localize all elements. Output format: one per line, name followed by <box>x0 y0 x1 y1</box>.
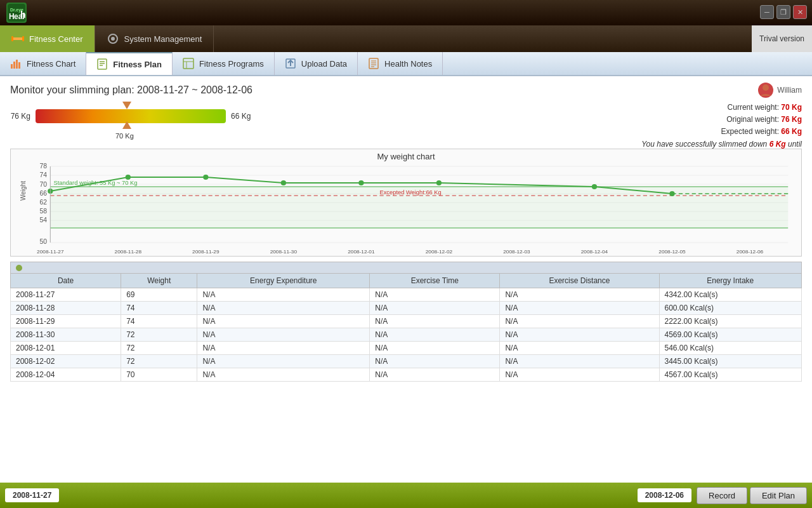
tab-upload-data-label: Upload Data <box>301 59 347 69</box>
cell-energy_exp: N/A <box>197 368 370 382</box>
col-energy-exp: Energy Expenditure <box>197 274 370 288</box>
cell-exercise_time: N/A <box>370 355 500 368</box>
header-row: Monitor your slimming plan: 2008-11-27 ~… <box>10 83 802 98</box>
cell-exercise_dist: N/A <box>500 315 659 328</box>
cell-weight: 72 <box>121 342 197 355</box>
system-mgmt-icon <box>107 32 119 45</box>
svg-text:70: 70 <box>40 181 48 188</box>
svg-text:2008-12-01: 2008-12-01 <box>348 249 375 255</box>
cell-exercise_time: N/A <box>370 302 500 315</box>
svg-text:Excepted Weight:66 Kg: Excepted Weight:66 Kg <box>379 189 441 196</box>
data-point-3 <box>281 180 286 185</box>
col-weight: Weight <box>121 274 197 288</box>
cell-weight: 69 <box>121 288 197 302</box>
cell-energy_exp: N/A <box>197 342 370 355</box>
cell-energy_intake: 4569.00 Kcal(s) <box>659 328 802 342</box>
restore-button[interactable]: ❐ <box>776 5 790 19</box>
cell-energy_intake: 2222.00 Kcal(s) <box>659 315 802 328</box>
cell-weight: 74 <box>121 302 197 315</box>
close-button[interactable]: ✕ <box>793 5 807 19</box>
chart-container: My weight chart Weight 78 74 70 66 62 58… <box>10 149 802 257</box>
cell-exercise_dist: N/A <box>500 288 659 302</box>
svg-point-65 <box>16 265 22 271</box>
cell-energy_intake: 600.00 Kcal(s) <box>659 302 802 315</box>
slider-right-label: 66 Kg <box>231 112 251 121</box>
svg-point-9 <box>111 37 115 41</box>
tab-fitness-programs[interactable]: Fitness Programs <box>173 52 275 75</box>
upload-data-icon <box>285 58 296 69</box>
date-start-badge: 2008-11-27 <box>5 488 59 502</box>
user-avatar <box>758 83 773 98</box>
svg-rect-7 <box>22 36 24 41</box>
svg-point-28 <box>763 84 769 91</box>
table-toolbar-icon <box>15 264 23 272</box>
svg-text:h: h <box>20 10 25 20</box>
svg-marker-29 <box>122 102 131 109</box>
app-logo-icon: Dr.eye H ealt h <box>6 3 27 23</box>
edit-plan-button[interactable]: Edit Plan <box>750 487 807 504</box>
svg-text:2008-11-30: 2008-11-30 <box>270 249 298 255</box>
bottombar: 2008-11-27 2008-12-06 Record Edit Plan <box>0 483 812 508</box>
svg-text:2008-12-06: 2008-12-06 <box>737 249 764 255</box>
fitness-chart-icon <box>10 58 22 69</box>
record-button[interactable]: Record <box>697 487 747 504</box>
data-point-4 <box>358 180 363 185</box>
table-toolbar <box>10 262 802 273</box>
svg-text:2008-12-05: 2008-12-05 <box>658 249 686 255</box>
expected-weight-line: Expected weight: 66 Kg <box>635 126 802 138</box>
cell-weight: 74 <box>121 315 197 328</box>
tab-fitness-programs-label: Fitness Programs <box>199 59 264 69</box>
tabbar: Fitness Chart Fitness Plan Fitness Progr… <box>0 52 812 76</box>
cell-exercise_dist: N/A <box>500 355 659 368</box>
cell-exercise_time: N/A <box>370 315 500 328</box>
date-end-badge: 2008-12-06 <box>638 488 691 502</box>
nav-fitness-center-label: Fitness Center <box>29 34 83 44</box>
col-date: Date <box>11 274 121 288</box>
nav-system-management[interactable]: System Management <box>95 25 214 52</box>
title-bar: Dr.eye H ealt h ─ ❐ ✕ <box>0 0 812 25</box>
slider-wrapper: 76 Kg 70 Kg 66 Kg <box>10 109 251 142</box>
table-row: 2008-11-2974N/AN/AN/A2222.00 Kcal(s) <box>11 315 802 328</box>
tab-upload-data[interactable]: Upload Data <box>275 52 358 75</box>
data-point-5 <box>436 180 442 185</box>
table-row: 2008-12-0272N/AN/AN/A3445.00 Kcal(s) <box>11 355 802 368</box>
tab-fitness-chart[interactable]: Fitness Chart <box>0 52 86 75</box>
cell-energy_exp: N/A <box>197 328 370 342</box>
trival-version-badge: Trival version <box>752 25 812 52</box>
svg-text:2008-11-28: 2008-11-28 <box>115 249 142 255</box>
fitness-center-icon <box>11 32 24 45</box>
cell-date: 2008-11-30 <box>11 328 121 342</box>
table-row: 2008-11-2874N/AN/AN/A600.00 Kcal(s) <box>11 302 802 315</box>
chart-svg: 78 74 70 66 62 58 54 50 Standard weight:… <box>11 161 801 255</box>
data-point-1 <box>126 175 131 180</box>
svg-text:2008-12-02: 2008-12-02 <box>426 249 453 255</box>
cell-exercise_time: N/A <box>370 288 500 302</box>
svg-rect-18 <box>183 58 193 69</box>
tab-fitness-plan[interactable]: Fitness Plan <box>86 52 173 75</box>
svg-rect-11 <box>13 62 15 69</box>
data-table: Date Weight Energy Expenditure Exercise … <box>10 273 802 382</box>
table-container: Date Weight Energy Expenditure Exercise … <box>10 262 802 382</box>
cell-exercise_time: N/A <box>370 342 500 355</box>
cell-exercise_dist: N/A <box>500 342 659 355</box>
current-weight-line: Current weight: 70 Kg <box>635 102 802 114</box>
nav-fitness-center[interactable]: Fitness Center <box>0 25 95 52</box>
cell-energy_exp: N/A <box>197 302 370 315</box>
data-point-6 <box>592 184 597 189</box>
col-energy-intake: Energy Intake <box>659 274 802 288</box>
tab-fitness-plan-label: Fitness Plan <box>113 60 162 69</box>
slider-track[interactable]: 70 Kg <box>36 109 226 123</box>
col-exercise-dist: Exercise Distance <box>500 274 659 288</box>
original-weight-line: Original weight: 76 Kg <box>635 114 802 126</box>
cell-date: 2008-11-27 <box>11 288 121 302</box>
svg-rect-13 <box>18 62 20 69</box>
slider-bottom-marker <box>122 121 131 131</box>
svg-marker-30 <box>122 121 131 129</box>
svg-text:74: 74 <box>40 171 48 178</box>
svg-text:78: 78 <box>40 163 48 170</box>
tab-health-notes[interactable]: Health Notes <box>358 52 443 75</box>
fitness-programs-icon <box>183 58 194 69</box>
slider-top-marker <box>122 102 131 111</box>
svg-text:50: 50 <box>40 238 48 245</box>
minimize-button[interactable]: ─ <box>760 5 774 19</box>
